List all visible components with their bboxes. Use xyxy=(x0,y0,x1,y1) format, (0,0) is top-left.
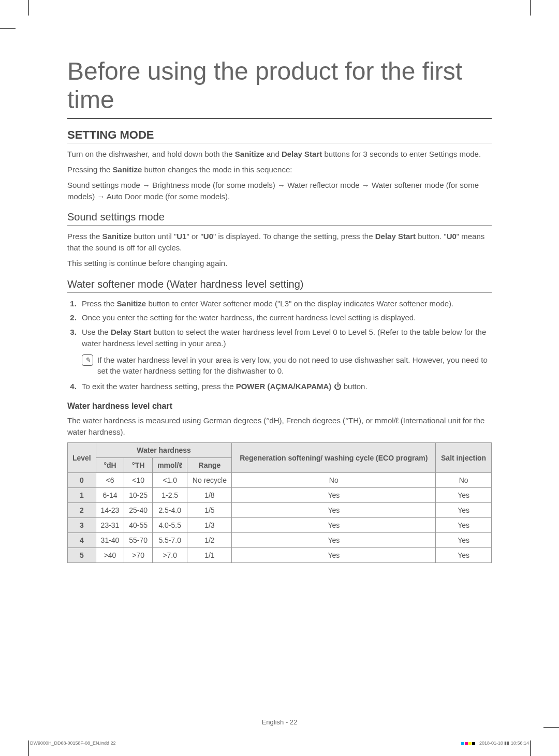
list-item: To exit the water hardness setting, pres… xyxy=(79,381,492,392)
cell-level: 1 xyxy=(68,488,96,503)
color-chip xyxy=(472,742,475,745)
cell-range: 1/3 xyxy=(187,518,232,533)
crop-mark xyxy=(28,0,29,16)
cell-th: 25-40 xyxy=(124,503,153,518)
footer-page-number: English - 22 xyxy=(0,718,559,726)
sound-settings-heading: Sound settings mode xyxy=(67,211,492,226)
cell-dh: 23-31 xyxy=(96,518,124,533)
hardness-chart-desc: The water hardness is measured using Ger… xyxy=(67,415,492,438)
text: Press the xyxy=(82,299,117,308)
text: button changes the mode in this sequence… xyxy=(142,165,292,174)
text: button until " xyxy=(131,232,176,241)
cell-dh: 31-40 xyxy=(96,533,124,548)
cell-mmol: >7.0 xyxy=(153,548,187,563)
cell-salt: No xyxy=(436,473,492,488)
th-water-hardness: Water hardness xyxy=(96,443,232,458)
water-softener-steps: Press the Sanitize button to enter Water… xyxy=(67,298,492,349)
text: button. " xyxy=(416,232,447,241)
cell-level: 5 xyxy=(68,548,96,563)
cell-level: 0 xyxy=(68,473,96,488)
cell-range: 1/2 xyxy=(187,533,232,548)
text: Use the xyxy=(82,328,111,336)
cell-level: 4 xyxy=(68,533,96,548)
cell-range: 1/1 xyxy=(187,548,232,563)
cell-salt: Yes xyxy=(436,518,492,533)
cell-th: 55-70 xyxy=(124,533,153,548)
text: Turn on the dishwasher, and hold down bo… xyxy=(67,150,235,158)
note-text: If the water hardness level in your area… xyxy=(97,354,492,377)
bold-text: U0 xyxy=(203,232,213,241)
water-softener-steps-cont: To exit the water hardness setting, pres… xyxy=(67,381,492,392)
setting-mode-para1: Turn on the dishwasher, and hold down bo… xyxy=(67,149,492,160)
crop-mark xyxy=(543,727,559,728)
cell-regen: Yes xyxy=(232,548,436,563)
cell-dh: >40 xyxy=(96,548,124,563)
setting-mode-heading: SETTING MODE xyxy=(67,128,492,143)
th-dh: °dH xyxy=(96,458,124,473)
cell-dh: <6 xyxy=(96,473,124,488)
water-softener-heading: Water softener mode (Water hardness leve… xyxy=(67,278,492,293)
cell-th: 10-25 xyxy=(124,488,153,503)
th-level: Level xyxy=(68,443,96,473)
cell-regen: No xyxy=(232,473,436,488)
crop-mark xyxy=(28,740,29,756)
cell-range: No recycle xyxy=(187,473,232,488)
table-header-row: Level Water hardness Regeneration soften… xyxy=(68,443,492,458)
crop-mark xyxy=(0,28,16,29)
cell-mmol: 4.0-5.5 xyxy=(153,518,187,533)
cell-level: 3 xyxy=(68,518,96,533)
cell-salt: Yes xyxy=(436,488,492,503)
print-color-bar xyxy=(461,740,476,746)
cell-mmol: 1-2.5 xyxy=(153,488,187,503)
sound-settings-para2: This setting is continue before changing… xyxy=(67,258,492,269)
footer-timestamp: 2018-01-10 ▮▮ 10:56:14 xyxy=(461,740,529,746)
text: " or " xyxy=(186,232,203,241)
bold-text: Delay Start xyxy=(282,150,322,158)
bold-text: Sanitize xyxy=(113,165,142,174)
note-icon: ✎ xyxy=(82,354,93,366)
cell-th: >70 xyxy=(124,548,153,563)
note-box: ✎ If the water hardness level in your ar… xyxy=(82,354,492,377)
bold-text: U0 xyxy=(447,232,457,241)
text: and xyxy=(264,150,282,158)
bold-text: POWER (AÇMA/KAPAMA) xyxy=(236,382,332,391)
list-item: Press the Sanitize button to enter Water… xyxy=(79,298,492,309)
sound-settings-para1: Press the Sanitize button until "U1" or … xyxy=(67,231,492,254)
cell-salt: Yes xyxy=(436,548,492,563)
crop-mark xyxy=(530,740,531,756)
th-regen: Regeneration softening/ washing cycle (E… xyxy=(232,443,436,473)
bold-text: Sanitize xyxy=(235,150,264,158)
color-chip xyxy=(461,742,464,745)
setting-mode-sequence: Sound settings mode → Brightness mode (f… xyxy=(67,180,492,202)
text: buttons for 3 seconds to enter Settings … xyxy=(322,150,481,158)
crop-mark xyxy=(530,0,531,16)
cell-range: 1/8 xyxy=(187,488,232,503)
bold-text: U1 xyxy=(176,232,186,241)
text: button to enter Water softener mode ("L3… xyxy=(146,299,453,308)
th-salt: Salt injection xyxy=(436,443,492,473)
footer-date-text: 2018-01-10 ▮▮ 10:56:14 xyxy=(479,740,529,746)
table-row: 0 <6 <10 <1.0 No recycle No No xyxy=(68,473,492,488)
page-title: Before using the product for the first t… xyxy=(67,57,492,119)
hardness-chart-heading: Water hardness level chart xyxy=(67,402,492,411)
hardness-table: Level Water hardness Regeneration soften… xyxy=(67,442,492,563)
color-chip xyxy=(468,742,472,745)
color-chip xyxy=(465,742,468,745)
cell-regen: Yes xyxy=(232,533,436,548)
text: Press the xyxy=(67,232,102,241)
cell-th: <10 xyxy=(124,473,153,488)
cell-regen: Yes xyxy=(232,488,436,503)
text: To exit the water hardness setting, pres… xyxy=(82,382,236,391)
page-content: Before using the product for the first t… xyxy=(0,0,559,594)
table-row: 4 31-40 55-70 5.5-7.0 1/2 Yes Yes xyxy=(68,533,492,548)
cell-mmol: <1.0 xyxy=(153,473,187,488)
text: Pressing the xyxy=(67,165,113,174)
bold-text: Delay Start xyxy=(375,232,416,241)
cell-mmol: 5.5-7.0 xyxy=(153,533,187,548)
cell-th: 40-55 xyxy=(124,518,153,533)
bold-text: Delay Start xyxy=(111,328,151,336)
table-row: 5 >40 >70 >7.0 1/1 Yes Yes xyxy=(68,548,492,563)
list-item: Once you enter the setting for the water… xyxy=(79,312,492,323)
setting-mode-para2: Pressing the Sanitize button changes the… xyxy=(67,164,492,175)
table-row: 2 14-23 25-40 2.5-4.0 1/5 Yes Yes xyxy=(68,503,492,518)
